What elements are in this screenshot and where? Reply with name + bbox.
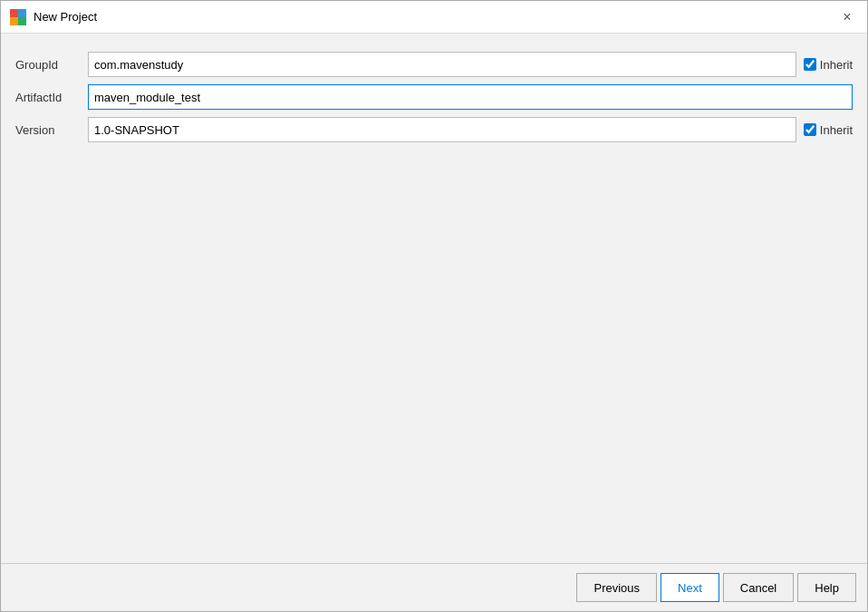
- spacer: [15, 150, 853, 545]
- groupid-inherit-checkbox[interactable]: [804, 58, 816, 71]
- version-inherit-label: Inherit: [820, 123, 853, 137]
- version-inherit-wrap: Inherit: [804, 123, 853, 137]
- app-icon: [10, 9, 26, 25]
- artifactid-input[interactable]: [88, 84, 853, 110]
- help-button[interactable]: Help: [797, 573, 856, 602]
- groupid-inherit-wrap: Inherit: [804, 58, 853, 72]
- svg-rect-2: [10, 17, 18, 25]
- window-title: New Project: [34, 10, 97, 24]
- title-bar: New Project ×: [1, 1, 867, 34]
- title-bar-left: New Project: [10, 9, 97, 25]
- groupid-row: GroupId Inherit: [15, 52, 853, 77]
- version-row: Version Inherit: [15, 117, 853, 142]
- svg-rect-3: [18, 17, 26, 25]
- previous-button[interactable]: Previous: [576, 573, 657, 602]
- button-bar: Previous Next Cancel Help: [1, 563, 867, 611]
- svg-rect-1: [18, 9, 26, 17]
- artifactid-row: ArtifactId: [15, 84, 853, 110]
- artifactid-label: ArtifactId: [15, 91, 88, 104]
- groupid-inherit-label: Inherit: [820, 58, 853, 72]
- version-label: Version: [15, 123, 88, 137]
- version-input[interactable]: [88, 117, 796, 142]
- version-inherit-checkbox[interactable]: [804, 123, 816, 136]
- new-project-dialog: New Project × GroupId Inherit ArtifactId…: [0, 0, 868, 612]
- groupid-label: GroupId: [15, 58, 88, 72]
- next-button[interactable]: Next: [661, 573, 719, 602]
- groupid-input[interactable]: [88, 52, 796, 77]
- close-button[interactable]: ×: [836, 6, 858, 28]
- form-content: GroupId Inherit ArtifactId Version Inher…: [1, 34, 867, 563]
- svg-rect-0: [10, 9, 18, 17]
- cancel-button[interactable]: Cancel: [723, 573, 794, 602]
